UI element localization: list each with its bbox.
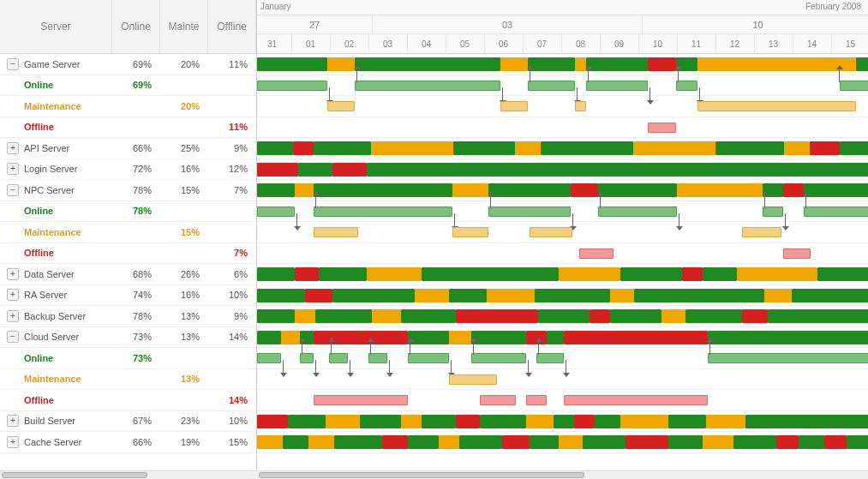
status-bar[interactable] (314, 331, 408, 344)
timeline-row[interactable] (257, 54, 868, 75)
status-bar[interactable] (538, 309, 590, 323)
timeline-row[interactable] (257, 201, 868, 223)
week-cell[interactable]: 10 (643, 15, 868, 33)
status-bar[interactable] (355, 81, 500, 91)
timeline-row[interactable] (257, 243, 868, 265)
status-bar[interactable] (784, 141, 810, 155)
table-row[interactable]: + RA Server 74% 16% 10% (0, 285, 256, 307)
status-bar[interactable] (355, 57, 500, 71)
expand-icon[interactable]: + (7, 289, 19, 301)
timeline-row[interactable] (257, 348, 868, 369)
table-row[interactable]: Maintenance 13% (0, 369, 256, 391)
status-bar[interactable] (792, 289, 868, 302)
day-cell[interactable]: 07 (524, 34, 562, 53)
status-bar[interactable] (554, 415, 574, 428)
status-bar[interactable] (685, 309, 742, 323)
status-bar[interactable] (583, 435, 626, 449)
status-bar[interactable] (574, 415, 595, 428)
day-cell[interactable]: 12 (716, 34, 755, 53)
status-bar[interactable] (536, 353, 564, 363)
status-bar[interactable] (817, 267, 868, 281)
day-cell[interactable]: 31 (257, 34, 292, 53)
status-bar[interactable] (487, 289, 535, 302)
status-bar[interactable] (500, 101, 528, 111)
table-row[interactable]: Online 69% (0, 75, 256, 97)
expand-icon[interactable]: + (7, 310, 19, 322)
table-row[interactable]: + API Server 66% 25% 9% (0, 138, 256, 159)
status-bar[interactable] (415, 289, 449, 302)
status-bar[interactable] (449, 289, 487, 302)
status-bar[interactable] (449, 374, 497, 385)
table-row[interactable]: − Game Server 69% 20% 11% (0, 54, 256, 75)
status-bar[interactable] (559, 267, 620, 281)
left-horizontal-scrollbar[interactable] (0, 470, 257, 479)
week-cell[interactable]: 03 (373, 15, 643, 33)
status-bar[interactable] (575, 101, 586, 111)
status-bar[interactable] (598, 183, 677, 197)
status-bar[interactable] (456, 415, 480, 428)
status-bar[interactable] (257, 267, 295, 281)
status-bar[interactable] (452, 183, 488, 197)
status-bar[interactable] (502, 435, 530, 449)
status-bar[interactable] (471, 353, 526, 363)
status-bar[interactable] (598, 207, 677, 217)
status-bar[interactable] (293, 141, 314, 155)
day-cell[interactable]: 15 (832, 34, 869, 53)
table-row[interactable]: + Build Server 67% 23% 10% (0, 411, 256, 433)
status-bar[interactable] (528, 57, 575, 71)
timeline-row[interactable] (257, 306, 868, 327)
status-bar[interactable] (308, 435, 334, 449)
status-bar[interactable] (703, 267, 737, 281)
status-bar[interactable] (595, 415, 620, 428)
status-bar[interactable] (768, 309, 868, 323)
day-cell[interactable]: 05 (446, 34, 485, 53)
status-bar[interactable] (453, 141, 515, 155)
col-header-server[interactable]: Server (0, 0, 112, 53)
status-bar[interactable] (326, 415, 360, 428)
collapse-icon[interactable]: − (7, 184, 19, 196)
status-bar[interactable] (764, 289, 792, 302)
status-bar[interactable] (367, 267, 422, 281)
table-row[interactable]: + Login Server 72% 16% 12% (0, 159, 256, 181)
table-row[interactable]: Maintenance 15% (0, 222, 256, 243)
status-bar[interactable] (327, 57, 355, 71)
status-bar[interactable] (737, 267, 817, 281)
day-cell[interactable]: 04 (408, 34, 446, 53)
status-bar[interactable] (648, 57, 676, 71)
status-bar[interactable] (626, 435, 668, 449)
scrollbar-thumb[interactable] (259, 472, 584, 478)
status-bar[interactable] (703, 435, 733, 449)
status-bar[interactable] (526, 331, 547, 344)
status-bar[interactable] (682, 267, 703, 281)
status-bar[interactable] (281, 331, 300, 344)
status-bar[interactable] (480, 415, 526, 428)
status-bar[interactable] (708, 331, 868, 344)
status-bar[interactable] (408, 353, 449, 363)
status-bar[interactable] (610, 309, 661, 323)
status-bar[interactable] (824, 435, 847, 449)
table-row[interactable]: + Cache Server 66% 19% 15% (0, 432, 256, 453)
status-bar[interactable] (668, 415, 706, 428)
status-bar[interactable] (368, 353, 387, 363)
status-bar[interactable] (776, 435, 799, 449)
status-bar[interactable] (422, 267, 559, 281)
status-bar[interactable] (480, 395, 516, 405)
status-bar[interactable] (408, 331, 449, 344)
status-bar[interactable] (257, 57, 327, 71)
table-row[interactable]: Offline 7% (0, 243, 256, 265)
status-bar[interactable] (668, 435, 703, 449)
status-bar[interactable] (471, 331, 526, 344)
status-bar[interactable] (708, 353, 868, 363)
status-bar[interactable] (283, 435, 308, 449)
timeline-row[interactable] (257, 390, 868, 411)
status-bar[interactable] (745, 415, 868, 428)
status-bar[interactable] (295, 267, 319, 281)
expand-icon[interactable]: + (7, 163, 19, 175)
timeline-row[interactable] (257, 159, 868, 181)
status-bar[interactable] (586, 81, 648, 91)
timeline-row[interactable] (257, 117, 868, 139)
status-bar[interactable] (314, 183, 452, 197)
day-cell[interactable]: 06 (485, 34, 524, 53)
status-bar[interactable] (329, 353, 348, 363)
day-cell[interactable]: 01 (292, 34, 331, 53)
